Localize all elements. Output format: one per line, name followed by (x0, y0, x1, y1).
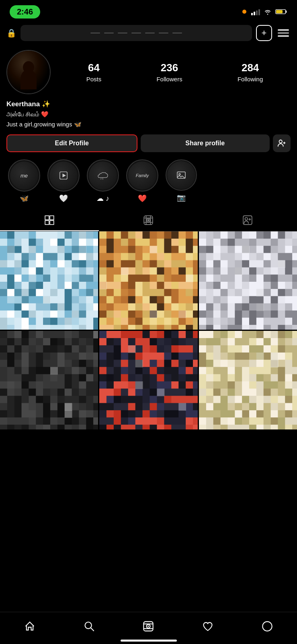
svg-text:♪♫: ♪♫ (100, 177, 104, 180)
grid-item[interactable] (199, 331, 297, 429)
grid-item[interactable] (99, 331, 197, 429)
stats-row: 64 Posts 236 Followers 284 Following (59, 62, 291, 83)
reels-tab[interactable] (99, 210, 198, 231)
reels-icon (143, 215, 154, 225)
menu-button[interactable] (276, 28, 291, 38)
highlight-reels-label: 🤍 (59, 194, 68, 203)
svg-point-26 (85, 622, 91, 628)
posts-stat[interactable]: 64 Posts (86, 62, 102, 83)
add-user-button[interactable] (273, 134, 291, 152)
following-stat[interactable]: 284 Following (238, 62, 263, 83)
home-indicator (121, 640, 177, 642)
highlight-extra-label: 📷 (177, 193, 186, 202)
svg-rect-13 (45, 221, 49, 225)
svg-point-23 (245, 218, 248, 221)
home-icon (24, 621, 35, 632)
svg-rect-1 (286, 10, 287, 12)
username: Keerthana ✨ (6, 100, 291, 108)
lock-icon: 🔒 (6, 28, 16, 38)
grid-item[interactable] (199, 231, 297, 330)
highlight-me[interactable]: me 🦋 (8, 159, 40, 203)
profile-section: 64 Posts 236 Followers 284 Following Kee… (0, 46, 297, 210)
svg-point-33 (262, 621, 272, 631)
svg-rect-2 (276, 10, 283, 13)
highlight-extra[interactable]: 📷 (166, 159, 197, 203)
tabs-row (0, 210, 297, 231)
profile-top-row: 64 Posts 236 Followers 284 Following (6, 50, 291, 94)
svg-rect-22 (243, 216, 252, 225)
posts-grid (0, 231, 297, 429)
followers-count: 236 (161, 62, 178, 74)
svg-rect-11 (45, 216, 49, 220)
svg-marker-7 (63, 174, 65, 177)
grid-icon (44, 215, 55, 225)
status-bar: 2:46 (0, 0, 297, 22)
highlight-family-label: ❤️ (138, 194, 147, 203)
status-icons (242, 8, 287, 15)
home-nav-button[interactable] (18, 616, 42, 636)
share-profile-button[interactable]: Share profile (141, 134, 270, 152)
plus-icon: + (262, 28, 267, 38)
tagged-icon (242, 215, 253, 225)
posts-count: 64 (88, 62, 100, 74)
svg-point-30 (148, 625, 150, 627)
highlights-row: me 🦋 🤍 (6, 159, 291, 210)
grid-item[interactable] (0, 231, 98, 330)
reels-nav-button[interactable] (136, 616, 160, 636)
url-bar[interactable] (20, 25, 252, 41)
add-person-icon (277, 139, 286, 148)
bio-section: Keerthana ✨ அன்பே சிவம் ❤️ Just a girl,g… (6, 100, 291, 129)
notification-dot (242, 10, 246, 14)
svg-point-10 (179, 173, 180, 175)
top-nav: 🔒 + (0, 22, 297, 46)
url-content (25, 33, 247, 33)
profile-nav-button[interactable] (255, 616, 279, 636)
grid-item[interactable] (99, 231, 197, 330)
highlight-me-label: 🦋 (20, 194, 29, 203)
heart-icon (202, 621, 213, 632)
highlight-reels[interactable]: 🤍 (47, 159, 80, 203)
reels-nav-icon (143, 621, 154, 632)
svg-rect-14 (50, 221, 54, 225)
avatar[interactable] (6, 50, 51, 94)
bottom-nav (0, 612, 297, 644)
edit-profile-button[interactable]: Edit Profile (6, 134, 137, 152)
svg-line-27 (91, 628, 94, 631)
battery-icon (275, 8, 287, 15)
search-nav-button[interactable] (77, 616, 101, 636)
followers-label: Followers (156, 76, 182, 83)
highlight-family[interactable]: Family ❤️ (126, 159, 158, 203)
action-buttons: Edit Profile Share profile (6, 134, 291, 152)
signal-icon (251, 8, 260, 15)
highlight-cloud-label: ☁ ♪ (96, 194, 109, 203)
activity-nav-button[interactable] (196, 616, 220, 636)
svg-rect-12 (50, 216, 54, 220)
wifi-icon (263, 8, 272, 15)
followers-stat[interactable]: 236 Followers (156, 62, 182, 83)
tagged-tab[interactable] (198, 210, 297, 231)
grid-item[interactable] (0, 331, 98, 429)
search-icon (84, 621, 95, 632)
svg-point-3 (279, 140, 282, 143)
highlight-cloud[interactable]: ♪♫ ☁ ♪ (87, 159, 119, 203)
posts-tab[interactable] (0, 210, 99, 231)
following-label: Following (238, 76, 263, 83)
svg-point-17 (148, 219, 149, 221)
profile-circle-icon (262, 621, 273, 632)
posts-label: Posts (86, 76, 102, 83)
bio-line-2: Just a girl,growing wings 🦋 (6, 120, 291, 129)
following-count: 284 (242, 62, 259, 74)
add-content-button[interactable]: + (256, 25, 272, 41)
bio-line-1: அன்பே சிவம் ❤️ (6, 110, 291, 119)
time-display: 2:46 (10, 5, 40, 19)
